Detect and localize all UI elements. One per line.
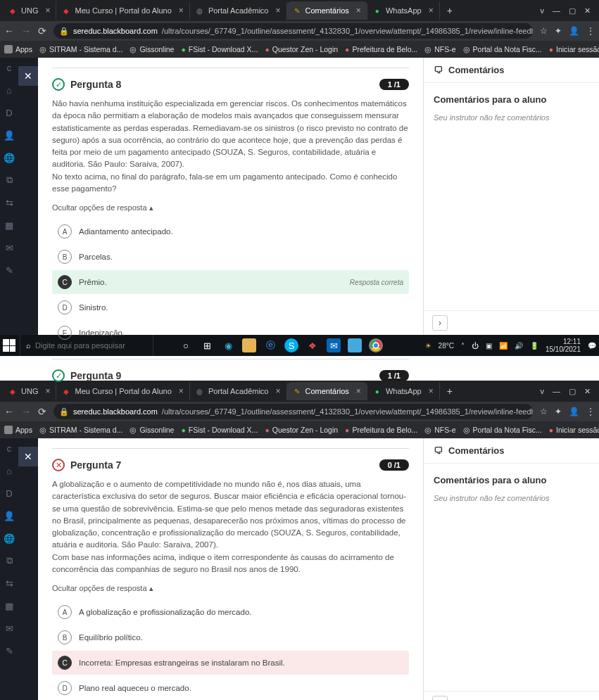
bookmark-fsist[interactable]: ●FSist - Download X... (181, 426, 258, 434)
url-field[interactable]: 🔒 sereduc.blackboard.com/ultra/courses/_… (53, 404, 533, 419)
forward-button[interactable]: → (21, 25, 31, 37)
option-row[interactable]: CPrêmio.Resposta correta (52, 270, 409, 294)
globe-icon[interactable]: 🌐 (4, 533, 15, 544)
close-icon[interactable]: × (275, 386, 280, 396)
close-icon[interactable]: × (429, 6, 434, 15)
close-icon[interactable]: × (275, 6, 280, 15)
option-row[interactable]: AA globalização e profissionalização do … (52, 600, 409, 624)
reload-button[interactable]: ⟳ (38, 25, 46, 37)
star-icon[interactable]: ☆ (540, 26, 548, 36)
maximize-button[interactable]: ▢ (569, 387, 576, 396)
tray-icon[interactable]: ▣ (486, 342, 492, 350)
notification-icon[interactable]: 💬 (588, 342, 596, 350)
next-comment-button[interactable]: › (432, 315, 448, 331)
tab-portal[interactable]: ◎Portal Acadêmico× (190, 382, 287, 400)
calendar-icon[interactable]: ▦ (4, 219, 15, 231)
wifi-icon[interactable]: 📶 (499, 342, 507, 350)
tab-portal[interactable]: ◎Portal Acadêmico× (190, 1, 287, 20)
bookmark-questor[interactable]: ●Questor Zen - Login (265, 426, 338, 434)
bookmark-gissonline[interactable]: ◎Gissonline (130, 45, 174, 53)
bookmark-portalnota[interactable]: ◎Portal da Nota Fisc... (463, 45, 542, 53)
option-row[interactable]: AAdiantamento antecipado. (52, 219, 409, 243)
copy-icon[interactable]: ⧉ (4, 174, 15, 186)
tab-comentarios[interactable]: ✎Comentários× (287, 382, 367, 400)
bookmark-asana[interactable]: ●Iniciar sessão - Asana (549, 45, 599, 53)
bookmark-nfse[interactable]: ◎NFS-e (424, 45, 455, 53)
chevron-up-icon[interactable]: ˄ (461, 342, 465, 350)
tab-comentarios[interactable]: ✎Comentários× (287, 1, 367, 20)
close-icon[interactable]: × (45, 386, 50, 396)
mail-icon[interactable]: ✉ (4, 242, 15, 253)
edit-icon[interactable]: ✎ (4, 265, 15, 276)
clock[interactable]: 12:11 15/10/2021 (546, 338, 581, 353)
chevron-down-icon[interactable]: v (541, 6, 545, 15)
back-button[interactable]: ← (4, 406, 14, 417)
tray-icon[interactable]: ⏻ (472, 342, 479, 350)
tab-whatsapp[interactable]: ●WhatsApp× (367, 382, 440, 400)
bookmark-prefeitura[interactable]: ●Prefeitura de Belo... (345, 426, 417, 434)
mail-icon[interactable]: ✉ (4, 623, 15, 634)
copy-icon[interactable]: ⧉ (4, 555, 15, 566)
user-icon[interactable]: 👤 (4, 510, 15, 521)
close-icon[interactable]: × (45, 6, 50, 15)
window-close-button[interactable]: ✕ (584, 387, 591, 396)
close-button[interactable]: ✕ (18, 447, 38, 466)
bookmark-nfse[interactable]: ◎NFS-e (424, 426, 455, 434)
option-row[interactable]: BParcelas. (52, 245, 409, 269)
rail-letter[interactable]: D (4, 107, 15, 118)
rail-letter[interactable]: D (4, 488, 15, 499)
tab-ung[interactable]: ◆UNG× (3, 382, 56, 400)
profile-icon[interactable]: 👤 (569, 26, 579, 36)
close-icon[interactable]: × (179, 386, 184, 396)
maximize-button[interactable]: ▢ (569, 6, 576, 15)
close-icon[interactable]: × (356, 386, 361, 396)
start-button[interactable] (3, 339, 15, 352)
extension-icon[interactable]: ✦ (555, 407, 562, 416)
user-icon[interactable]: 👤 (4, 129, 15, 141)
minimize-button[interactable]: — (553, 387, 560, 396)
battery-icon[interactable]: 🔋 (530, 342, 538, 350)
bookmark-sitram[interactable]: ◎SITRAM - Sistema d... (39, 426, 122, 434)
option-row[interactable]: DSinistro. (52, 295, 409, 319)
close-icon[interactable]: × (429, 386, 434, 396)
next-comment-button[interactable]: › (432, 696, 448, 700)
home-icon[interactable]: ⌂ (4, 465, 15, 476)
menu-icon[interactable]: ⋮ (586, 407, 595, 416)
new-tab-button[interactable]: + (440, 5, 460, 16)
minimize-button[interactable]: — (553, 6, 560, 15)
rail-icon[interactable]: c (4, 62, 15, 73)
tab-meucurso[interactable]: ◆Meu Curso | Portal do Aluno× (56, 382, 189, 400)
url-field[interactable]: 🔒 sereduc.blackboard.com/ultra/courses/_… (53, 23, 533, 39)
calendar-icon[interactable]: ▦ (4, 600, 15, 611)
menu-icon[interactable]: ⋮ (586, 26, 595, 36)
option-row[interactable]: DPlano real aqueceu o mercado. (52, 676, 409, 700)
globe-icon[interactable]: 🌐 (4, 152, 15, 163)
forward-button[interactable]: → (21, 406, 31, 417)
star-icon[interactable]: ☆ (540, 407, 548, 416)
tab-ung[interactable]: ◆UNG× (3, 1, 56, 20)
option-row[interactable]: BEquilíbrio político. (52, 625, 409, 649)
share-icon[interactable]: ⇆ (4, 578, 15, 589)
chevron-down-icon[interactable]: v (541, 387, 545, 396)
bookmark-sitram[interactable]: ◎SITRAM - Sistema d... (39, 45, 122, 53)
bookmark-gissonline[interactable]: ◎Gissonline (130, 426, 174, 434)
rail-icon[interactable]: c (4, 443, 15, 454)
back-button[interactable]: ← (4, 25, 14, 37)
tab-meucurso[interactable]: ◆Meu Curso | Portal do Aluno× (56, 1, 189, 20)
weather-icon[interactable]: ☀ (425, 342, 431, 350)
home-icon[interactable]: ⌂ (4, 84, 15, 96)
close-icon[interactable]: × (179, 6, 184, 15)
close-button[interactable]: ✕ (18, 66, 38, 86)
profile-icon[interactable]: 👤 (569, 407, 579, 416)
option-row[interactable]: CIncorreta: Empresas estrangeiras se ins… (52, 651, 409, 675)
option-row[interactable]: EIndenização. (52, 321, 409, 345)
tab-whatsapp[interactable]: ●WhatsApp× (367, 1, 440, 20)
bookmark-portalnota[interactable]: ◎Portal da Nota Fisc... (463, 426, 542, 434)
extension-icon[interactable]: ✦ (555, 26, 562, 36)
bookmark-questor[interactable]: ●Questor Zen - Login (265, 45, 338, 53)
toggle-options[interactable]: Ocultar opções de resposta ▴ (52, 203, 409, 212)
toggle-options[interactable]: Ocultar opções de resposta ▴ (52, 584, 409, 593)
close-icon[interactable]: × (356, 6, 361, 15)
bookmark-asana[interactable]: ●Iniciar sessão - Asana (549, 426, 599, 434)
weather-text[interactable]: 28°C (439, 342, 454, 350)
